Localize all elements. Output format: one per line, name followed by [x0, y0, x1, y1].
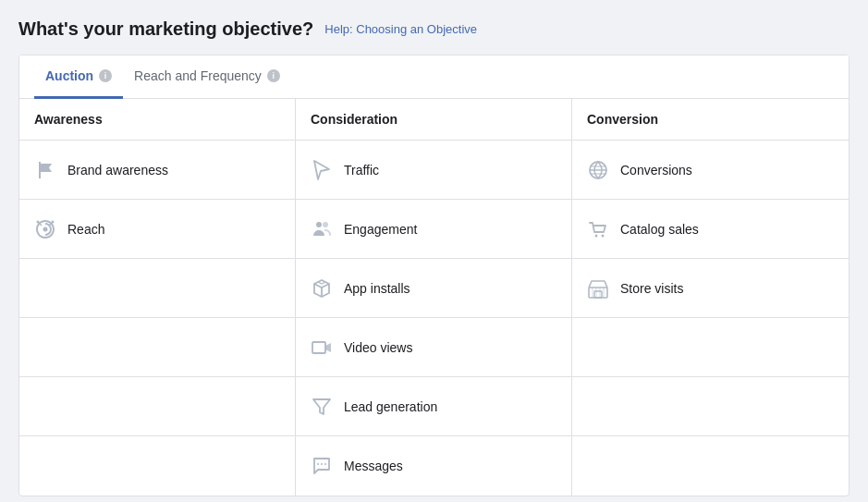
objective-video-views[interactable]: Video views: [296, 318, 571, 377]
chat-icon: [311, 455, 333, 477]
store-icon: [587, 277, 609, 300]
conversion-spacer-3: [572, 436, 849, 496]
box-icon: [311, 277, 333, 300]
svg-point-3: [37, 220, 40, 223]
lead-generation-label: Lead generation: [344, 399, 437, 414]
video-views-label: Video views: [344, 340, 412, 355]
column-conversion: Conversion Conversions Ca: [572, 99, 849, 496]
cursor-icon: [311, 159, 333, 181]
page-title: What's your marketing objective?: [18, 18, 313, 40]
svg-point-13: [602, 234, 605, 237]
svg-point-10: [324, 463, 326, 465]
conversions-label: Conversions: [620, 163, 692, 178]
column-consideration: Consideration Traffic Engagement: [296, 99, 572, 496]
catalog-sales-label: Catalog sales: [620, 222, 699, 237]
reach-label: Reach: [67, 222, 104, 237]
conversion-header: Conversion: [572, 99, 849, 141]
objective-conversions[interactable]: Conversions: [572, 141, 849, 200]
auction-info-icon[interactable]: i: [99, 69, 112, 82]
app-installs-label: App installs: [344, 281, 410, 296]
traffic-label: Traffic: [344, 163, 379, 178]
svg-rect-15: [594, 291, 602, 298]
awareness-header: Awareness: [19, 99, 295, 141]
objective-reach[interactable]: Reach: [19, 200, 295, 259]
objective-traffic[interactable]: Traffic: [296, 141, 571, 200]
globe-icon: [587, 159, 609, 181]
cart-icon: [587, 218, 609, 240]
column-awareness: Awareness Brand awareness: [19, 99, 296, 496]
objective-messages[interactable]: Messages: [296, 436, 571, 496]
page-header: What's your marketing objective? Help: C…: [18, 18, 850, 40]
svg-point-6: [323, 222, 328, 227]
conversion-spacer-2: [572, 377, 849, 436]
engagement-label: Engagement: [344, 222, 417, 237]
svg-rect-7: [312, 342, 325, 353]
objective-catalog-sales[interactable]: Catalog sales: [572, 200, 849, 259]
svg-rect-14: [589, 288, 607, 298]
reach-frequency-info-icon[interactable]: i: [267, 69, 280, 82]
awareness-spacer-1: [19, 259, 295, 318]
consideration-header: Consideration: [296, 99, 571, 141]
main-card: Auction i Reach and Frequency i Awarenes…: [18, 55, 850, 496]
tab-reach-frequency-label: Reach and Frequency: [134, 68, 262, 83]
svg-point-0: [43, 227, 48, 231]
svg-point-4: [52, 220, 55, 223]
reach-icon: [34, 218, 56, 240]
svg-point-9: [321, 463, 323, 465]
objective-app-installs[interactable]: App installs: [296, 259, 571, 318]
objective-engagement[interactable]: Engagement: [296, 200, 571, 259]
awareness-spacer-4: [19, 436, 295, 496]
awareness-spacer-3: [19, 377, 295, 436]
objective-lead-generation[interactable]: Lead generation: [296, 377, 571, 436]
conversion-spacer-1: [572, 318, 849, 377]
tab-auction-label: Auction: [45, 68, 93, 83]
messages-label: Messages: [344, 459, 403, 473]
filter-icon: [311, 396, 333, 418]
svg-point-8: [317, 463, 319, 465]
store-visits-label: Store visits: [620, 281, 683, 296]
help-link[interactable]: Help: Choosing an Objective: [324, 22, 477, 36]
objectives-grid: Awareness Brand awareness: [19, 99, 849, 496]
video-icon: [311, 337, 333, 359]
tab-auction[interactable]: Auction i: [34, 55, 123, 99]
tab-reach-frequency[interactable]: Reach and Frequency i: [123, 55, 291, 99]
svg-point-5: [316, 222, 322, 227]
people-icon: [311, 218, 333, 240]
objective-store-visits[interactable]: Store visits: [572, 259, 849, 318]
flag-icon: [34, 159, 56, 181]
tabs-bar: Auction i Reach and Frequency i: [19, 55, 849, 99]
objective-brand-awareness[interactable]: Brand awareness: [19, 141, 295, 200]
svg-point-12: [595, 234, 598, 237]
awareness-spacer-2: [19, 318, 295, 377]
brand-awareness-label: Brand awareness: [67, 163, 168, 178]
